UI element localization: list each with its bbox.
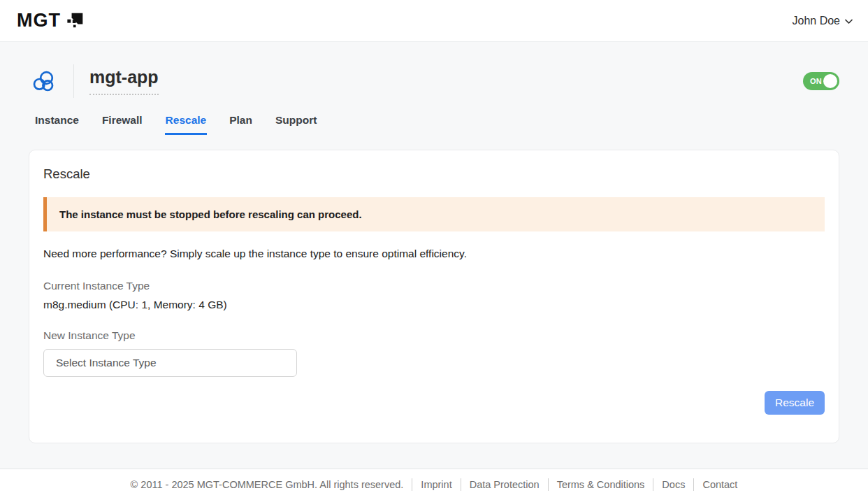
footer-separator: [548, 478, 549, 491]
new-instance-type-label: New Instance Type: [43, 329, 825, 342]
footer-link-docs[interactable]: Docs: [662, 479, 685, 490]
footer-link-data-protection[interactable]: Data Protection: [470, 479, 540, 490]
copyright-text: © 2011 - 2025 MGT-COMMERCE GmbH. All rig…: [131, 479, 404, 490]
app-title-row: mgt-app ON: [29, 64, 839, 98]
current-instance-type-value: m8g.medium (CPU: 1, Memory: 4 GB): [43, 299, 825, 311]
description-text: Need more performance? Simply scale up t…: [43, 248, 825, 260]
title-divider: [73, 64, 74, 98]
instance-type-select-placeholder: Select Instance Type: [56, 357, 157, 369]
footer-link-terms[interactable]: Terms & Conditions: [557, 479, 645, 490]
power-toggle[interactable]: ON: [803, 72, 839, 90]
tab-instance[interactable]: Instance: [34, 110, 80, 135]
tab-bar: Instance Firewall Rescale Plan Support: [29, 110, 839, 135]
warning-text: The instance must be stopped before resc…: [59, 208, 362, 220]
tab-support[interactable]: Support: [275, 110, 317, 135]
button-row: Rescale: [43, 391, 825, 415]
tab-rescale[interactable]: Rescale: [165, 110, 208, 135]
tab-plan[interactable]: Plan: [229, 110, 253, 135]
tab-firewall[interactable]: Firewall: [101, 110, 143, 135]
footer: © 2011 - 2025 MGT-COMMERCE GmbH. All rig…: [0, 469, 868, 493]
footer-separator: [693, 478, 694, 491]
mgt-logo[interactable]: MGT: [17, 10, 84, 31]
top-header: MGT John Doe: [0, 0, 868, 42]
footer-link-contact[interactable]: Contact: [702, 479, 737, 490]
main-content: mgt-app ON Instance Firewall Rescale Pla…: [0, 42, 868, 443]
footer-link-imprint[interactable]: Imprint: [421, 479, 451, 490]
rescale-card: Rescale The instance must be stopped bef…: [29, 150, 839, 443]
footer-separator: [412, 478, 412, 491]
toggle-knob: [823, 74, 837, 88]
rescale-button[interactable]: Rescale: [765, 391, 825, 415]
card-title: Rescale: [43, 166, 825, 182]
toggle-on-label: ON: [810, 77, 822, 85]
user-menu[interactable]: John Doe: [793, 15, 853, 27]
mgt-logo-text: MGT: [17, 10, 61, 31]
cloud-icon: [31, 69, 57, 94]
mgt-logo-icon: [65, 12, 84, 31]
instance-type-select[interactable]: Select Instance Type: [43, 349, 297, 377]
chevron-down-icon: [845, 19, 853, 24]
footer-separator: [461, 478, 461, 491]
footer-separator: [653, 478, 653, 491]
user-name: John Doe: [793, 15, 841, 27]
app-name[interactable]: mgt-app: [89, 67, 159, 95]
warning-banner: The instance must be stopped before resc…: [43, 197, 825, 231]
current-instance-type-label: Current Instance Type: [43, 280, 825, 292]
